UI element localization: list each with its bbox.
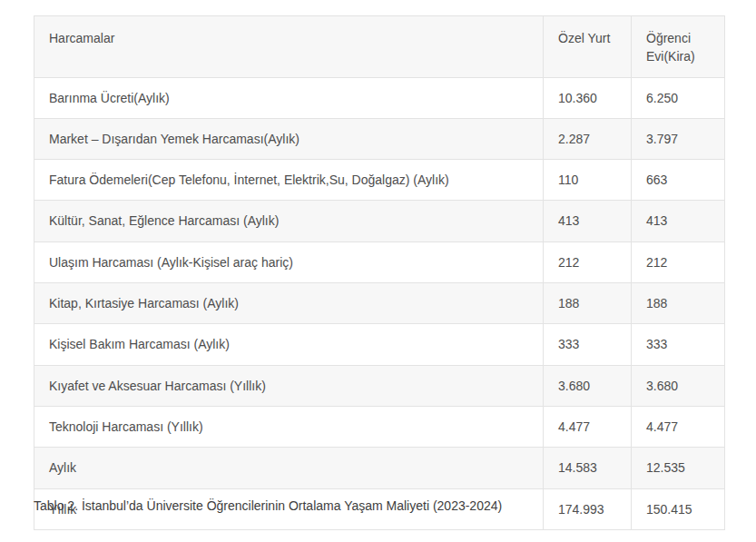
table-row: Market – Dışarıdan Yemek Harcaması(Aylık… — [34, 118, 725, 159]
row-label: Fatura Ödemeleri(Cep Telefonu, İnternet,… — [34, 160, 544, 201]
row-label: Kıyafet ve Aksesuar Harcaması (Yıllık) — [34, 365, 544, 406]
table-row: Ulaşım Harcaması (Aylık-Kişisel araç har… — [34, 241, 725, 282]
row-label: Market – Dışarıdan Yemek Harcaması(Aylık… — [34, 118, 544, 159]
value-ogrenci-evi: 188 — [632, 283, 725, 324]
value-ozel-yurt: 4.477 — [544, 406, 632, 447]
value-ogrenci-evi: 6.250 — [632, 77, 725, 118]
value-ogrenci-evi: 4.477 — [632, 406, 725, 447]
value-ozel-yurt: 2.287 — [544, 118, 632, 159]
table-header-row: Harcamalar Özel Yurt Öğrenci Evi(Kira) — [34, 16, 725, 78]
column-header-ogrenci-evi: Öğrenci Evi(Kira) — [632, 16, 725, 78]
value-ogrenci-evi: 413 — [632, 201, 725, 241]
value-ozel-yurt: 110 — [544, 160, 632, 201]
value-ozel-yurt: 413 — [544, 201, 632, 241]
table-row: Kültür, Sanat, Eğlence Harcaması (Aylık)… — [34, 201, 725, 241]
value-ogrenci-evi: 150.415 — [632, 488, 725, 529]
table-caption: Tablo 2. İstanbul’da Üniversite Öğrencil… — [34, 498, 502, 516]
table-row: Kıyafet ve Aksesuar Harcaması (Yıllık) 3… — [34, 365, 725, 406]
value-ogrenci-evi: 12.535 — [632, 448, 725, 488]
column-header-ozel-yurt: Özel Yurt — [544, 16, 632, 78]
page: Harcamalar Özel Yurt Öğrenci Evi(Kira) B… — [0, 0, 756, 542]
table-row: Kitap, Kırtasiye Harcaması (Aylık) 188 1… — [34, 283, 725, 324]
table-row: Barınma Ücreti(Aylık) 10.360 6.250 — [34, 77, 725, 118]
row-label: Kişisel Bakım Harcaması (Aylık) — [34, 324, 544, 365]
row-label: Barınma Ücreti(Aylık) — [34, 77, 544, 118]
table-row: Teknoloji Harcaması (Yıllık) 4.477 4.477 — [34, 406, 725, 447]
value-ogrenci-evi: 212 — [632, 241, 725, 282]
value-ogrenci-evi: 333 — [632, 324, 725, 365]
value-ozel-yurt: 333 — [544, 324, 632, 365]
table-row: Fatura Ödemeleri(Cep Telefonu, İnternet,… — [34, 160, 725, 201]
value-ozel-yurt: 3.680 — [544, 365, 632, 406]
value-ozel-yurt: 188 — [544, 283, 632, 324]
value-ogrenci-evi: 663 — [632, 160, 725, 201]
row-label: Teknoloji Harcaması (Yıllık) — [34, 406, 544, 447]
row-label: Ulaşım Harcaması (Aylık-Kişisel araç har… — [34, 241, 544, 282]
value-ozel-yurt: 10.360 — [544, 77, 632, 118]
row-label: Kitap, Kırtasiye Harcaması (Aylık) — [34, 283, 544, 324]
table-row: Aylık 14.583 12.535 — [34, 448, 725, 488]
value-ozel-yurt: 14.583 — [544, 448, 632, 488]
cost-table: Harcamalar Özel Yurt Öğrenci Evi(Kira) B… — [34, 15, 725, 530]
value-ozel-yurt: 212 — [544, 241, 632, 282]
row-label: Aylık — [34, 448, 544, 488]
row-label: Kültür, Sanat, Eğlence Harcaması (Aylık) — [34, 201, 544, 241]
value-ozel-yurt: 174.993 — [544, 488, 632, 529]
column-header-harcamalar: Harcamalar — [34, 16, 544, 78]
table-row: Kişisel Bakım Harcaması (Aylık) 333 333 — [34, 324, 725, 365]
value-ogrenci-evi: 3.680 — [632, 365, 725, 406]
value-ogrenci-evi: 3.797 — [632, 118, 725, 159]
